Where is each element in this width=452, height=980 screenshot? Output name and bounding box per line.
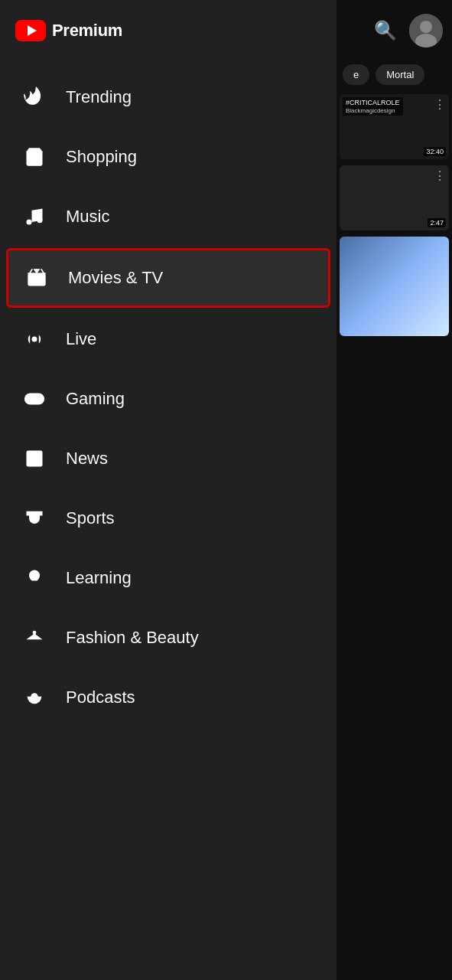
fashion-beauty-label: Fashion & Beauty	[66, 628, 199, 648]
video-duration-1: 32:40	[424, 147, 446, 156]
learning-label: Learning	[66, 568, 132, 588]
sidebar-item-music[interactable]: Music	[0, 187, 337, 247]
sidebar-item-gaming[interactable]: Gaming	[0, 369, 337, 429]
music-label: Music	[66, 207, 109, 227]
svg-rect-23	[35, 458, 39, 463]
chip-item-mortal[interactable]: Mortal	[376, 64, 424, 85]
clapperboard-icon	[18, 267, 56, 289]
svg-rect-8	[28, 273, 45, 286]
chip-item[interactable]: e	[343, 64, 369, 85]
music-note-icon	[15, 206, 54, 227]
svg-point-6	[27, 220, 32, 225]
bag-icon	[15, 146, 54, 168]
right-panel: 🔍 e Mortal #CRITICALROLEBlackmagicdesign…	[337, 0, 452, 980]
newspaper-icon	[15, 448, 54, 469]
youtube-premium-text: Premium	[52, 21, 122, 41]
sidebar-item-sports[interactable]: Sports	[0, 488, 337, 548]
video-card-1: #CRITICALROLEBlackmagicdesign 32:40 ⋮	[340, 94, 449, 159]
chip-bar: e Mortal	[337, 61, 452, 88]
live-dot-icon	[15, 328, 54, 350]
svg-point-17	[37, 397, 39, 399]
gamepad-icon	[15, 388, 54, 410]
menu-list: Trending Shopping Music	[0, 61, 337, 733]
avatar[interactable]	[409, 14, 443, 47]
trending-label: Trending	[66, 87, 132, 107]
sidebar-item-shopping[interactable]: Shopping	[0, 127, 337, 187]
podcasts-label: Podcasts	[66, 688, 135, 707]
video-card-3	[340, 237, 449, 336]
sidebar-item-live[interactable]: Live	[0, 309, 337, 369]
sidebar-item-news[interactable]: News	[0, 429, 337, 488]
youtube-icon	[15, 20, 46, 41]
hanger-icon	[15, 627, 54, 648]
video-duration-2: 2:47	[428, 218, 446, 227]
trophy-icon	[15, 508, 54, 529]
youtube-logo: Premium	[15, 20, 122, 41]
fire-icon	[15, 87, 54, 108]
svg-point-7	[37, 217, 43, 223]
lightbulb-icon	[15, 567, 54, 589]
thumbnail-3	[340, 237, 449, 336]
live-label: Live	[66, 329, 96, 349]
sports-label: Sports	[66, 508, 115, 528]
svg-point-1	[420, 21, 432, 33]
sidebar-item-fashion-beauty[interactable]: Fashion & Beauty	[0, 608, 337, 668]
more-options-icon-1[interactable]: ⋮	[434, 97, 446, 112]
podcast-icon	[15, 687, 54, 708]
sidebar-item-podcasts[interactable]: Podcasts	[0, 668, 337, 727]
sidebar: Premium Trending Shopping	[0, 0, 337, 980]
sidebar-item-learning[interactable]: Learning	[0, 548, 337, 608]
sidebar-header: Premium	[0, 0, 337, 61]
gaming-label: Gaming	[66, 389, 125, 409]
more-options-icon-2[interactable]: ⋮	[434, 168, 446, 183]
svg-line-11	[30, 269, 33, 273]
movies-tv-label: Movies & TV	[68, 268, 163, 288]
svg-rect-14	[24, 394, 44, 405]
news-label: News	[66, 449, 108, 469]
sidebar-item-movies-tv[interactable]: Movies & TV	[6, 248, 330, 308]
svg-point-18	[39, 399, 41, 401]
video-card-2: 2:47 ⋮	[340, 165, 449, 230]
thumbnail-2: 2:47	[340, 165, 449, 230]
svg-point-13	[32, 337, 37, 342]
svg-line-12	[41, 269, 44, 273]
video-label-criticalrole: #CRITICALROLEBlackmagicdesign	[343, 97, 403, 116]
sidebar-item-trending[interactable]: Trending	[0, 67, 337, 127]
thumbnail-1: #CRITICALROLEBlackmagicdesign 32:40	[340, 94, 449, 159]
search-icon[interactable]: 🔍	[374, 20, 397, 41]
shopping-label: Shopping	[66, 147, 137, 167]
right-top-bar: 🔍	[337, 0, 452, 61]
